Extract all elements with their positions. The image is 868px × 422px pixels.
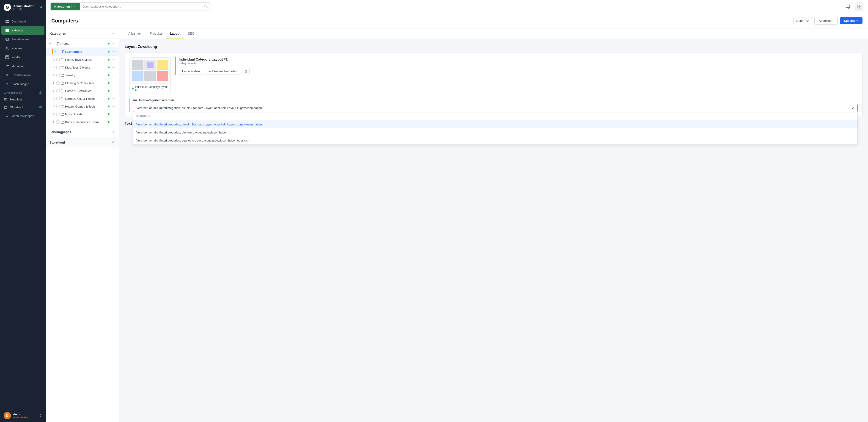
tree-item-computers[interactable]: Computers ···: [46, 48, 119, 56]
collapse-icon: [5, 114, 9, 118]
tree-checkbox[interactable]: [56, 113, 60, 116]
tree-checkbox-computers[interactable]: [58, 50, 61, 53]
tab-layout[interactable]: Layout: [166, 28, 184, 39]
sidebar-item-storefront[interactable]: Storefront: [0, 103, 46, 111]
add-channel-icon[interactable]: [39, 91, 42, 94]
sidebar-item-headless[interactable]: Headless: [0, 95, 46, 103]
tree-checkbox[interactable]: [56, 97, 60, 100]
tree-toggle[interactable]: [52, 113, 56, 116]
save-button[interactable]: Speichern: [840, 17, 863, 24]
tree-more[interactable]: ···: [111, 119, 116, 124]
tree-more[interactable]: ···: [111, 88, 116, 93]
tree-more-computers[interactable]: ···: [111, 49, 116, 54]
storefront-section[interactable]: Storefront: [46, 137, 119, 147]
tree-toggle[interactable]: [52, 105, 56, 108]
tree-checkbox[interactable]: [56, 89, 60, 92]
tree-item-clothing-computers[interactable]: Clothing & Computers ···: [46, 79, 119, 87]
delete-layout-btn[interactable]: [242, 68, 250, 75]
tree-toggle[interactable]: [52, 97, 56, 100]
tree-toggle[interactable]: [52, 58, 56, 61]
status-dot: [108, 113, 110, 115]
tree-item-home-toys-music[interactable]: Home, Toys & Music ···: [46, 56, 119, 63]
tree-more[interactable]: ···: [111, 96, 116, 101]
svg-point-12: [40, 107, 41, 108]
tree-item-home-electronics[interactable]: Home & Electronics ···: [46, 87, 119, 95]
category-search-btn[interactable]: Kategorien: [51, 3, 80, 10]
tree-checkbox[interactable]: [56, 66, 60, 69]
sidebar-item-inhalte[interactable]: Inhalte: [1, 53, 44, 61]
menu-collapse-btn[interactable]: Menü einklappen: [1, 111, 44, 120]
layout-assignment-card: Individual Category Layout #2 Individual…: [125, 53, 863, 117]
tab-produkte[interactable]: Produkte: [146, 28, 166, 39]
language-select[interactable]: Dutch: [793, 17, 812, 24]
tree-item-baby-computers-home[interactable]: Baby, Computers & Home ···: [46, 118, 119, 126]
tree-checkbox-home[interactable]: [53, 42, 56, 45]
layout-info: Individual Category Layout #2 Kategories…: [175, 57, 858, 75]
user-profile[interactable]: D demo Administrator: [0, 409, 46, 422]
tree-toggle[interactable]: [52, 89, 56, 92]
sidebar-item-kunden[interactable]: Kunden: [1, 44, 44, 53]
landingpages-expand-icon: [112, 130, 115, 134]
sidebar-item-marketing[interactable]: Marketing: [1, 62, 44, 71]
user-avatar: D: [4, 412, 11, 419]
tree-more[interactable]: ···: [111, 57, 116, 62]
tree-toggle[interactable]: [52, 74, 56, 77]
search-submit-btn[interactable]: [202, 2, 211, 10]
categories-section-header[interactable]: Kategorien: [46, 28, 119, 39]
sidebar-item-kataloge[interactable]: Kataloge: [1, 26, 44, 35]
tree-more-home[interactable]: ···: [111, 41, 116, 46]
folder-icon-home: [57, 42, 61, 46]
tree-more[interactable]: ···: [111, 65, 116, 70]
dropdown-item-opt2[interactable]: Vererben an alle Unterkategorien, die ke…: [133, 129, 858, 137]
sidebar-item-label: Inhalte: [11, 56, 21, 59]
tree-item-home[interactable]: Home ···: [46, 40, 119, 48]
tab-seo[interactable]: SEO: [184, 28, 198, 39]
tree-toggle-computers[interactable]: [54, 50, 57, 53]
dropdown-item-opt1[interactable]: Vererben an alle Unterkategorien, die ei…: [133, 120, 858, 129]
inherit-dropdown[interactable]: Vererben an alle Unterkategorien, die ei…: [133, 104, 858, 112]
tree-toggle[interactable]: [52, 81, 56, 85]
tree-label: Jewelry: [65, 74, 107, 77]
tree-toggle[interactable]: [52, 120, 56, 123]
preview-item-2: [144, 60, 156, 70]
cancel-button[interactable]: Abbrechen: [814, 17, 838, 25]
tree-item-kids-toys-home[interactable]: Kids, Toys & Home ···: [46, 63, 119, 71]
sidebar-item-erweiterungen[interactable]: Erweiterungen: [1, 71, 44, 79]
search-dropdown-arrow[interactable]: [71, 5, 76, 8]
channel-label: Headless: [10, 98, 23, 101]
tree-checkbox[interactable]: [56, 58, 60, 61]
sidebar-item-dashboard[interactable]: Dashboard: [1, 17, 44, 26]
sidebar-item-einstellungen[interactable]: Einstellungen: [1, 80, 44, 88]
tree-label: Health, Games & Tools: [65, 105, 107, 108]
tree-more[interactable]: ···: [111, 104, 116, 109]
sidebar-item-label: Kunden: [11, 47, 22, 50]
tree-item-music-kids[interactable]: Music & Kids ···: [46, 110, 119, 118]
landingpages-section[interactable]: Landingpages: [46, 127, 119, 137]
search-input[interactable]: [80, 3, 202, 10]
sales-channels-section: Verkaufskanäle: [0, 88, 46, 95]
tree-checkbox[interactable]: [56, 120, 60, 123]
tree-more[interactable]: ···: [111, 73, 116, 78]
folder-icon: [61, 89, 64, 93]
tree-item-garden-kids-health[interactable]: Garden, Kids & Health ···: [46, 95, 119, 103]
svg-rect-15: [860, 5, 861, 6]
notification-btn[interactable]: [844, 2, 852, 11]
designer-btn[interactable]: Im Designer bearbeiten: [205, 68, 241, 75]
tab-allgemein[interactable]: Allgemein: [125, 28, 146, 39]
channel-label: Storefront: [10, 106, 23, 109]
sidebar-item-bestellungen[interactable]: Bestellungen: [1, 35, 44, 44]
change-layout-btn[interactable]: Layout ändern: [179, 68, 203, 75]
language-label: Dutch: [796, 19, 804, 23]
tree-toggle-home[interactable]: [49, 42, 52, 45]
tree-item-health-games-tools[interactable]: Health, Games & Tools ···: [46, 103, 119, 110]
dropdown-item-opt3[interactable]: Vererben an alle Unterkategorien, egal o…: [133, 137, 858, 144]
tree-more[interactable]: ···: [111, 112, 116, 117]
tree-toggle[interactable]: [52, 66, 56, 69]
tree-item-jewelry[interactable]: Jewelry ···: [46, 71, 119, 79]
thumbnail-btn[interactable]: [855, 2, 863, 11]
tree-checkbox[interactable]: [56, 105, 60, 108]
tree-checkbox[interactable]: [56, 74, 60, 77]
tree-checkbox[interactable]: [56, 81, 60, 85]
status-dot: [108, 66, 110, 68]
tree-more[interactable]: ···: [111, 81, 116, 86]
